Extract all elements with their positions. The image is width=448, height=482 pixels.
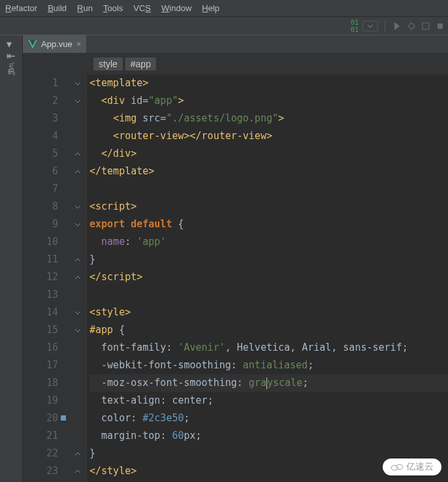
line-number: 4 <box>23 127 58 145</box>
fold-marker[interactable] <box>69 216 86 233</box>
menu-help[interactable]: Help <box>197 1 225 16</box>
line-number: 17 <box>23 357 58 374</box>
menu-refactor[interactable]: Refactor <box>0 1 42 16</box>
line-number: 14 <box>23 304 58 321</box>
fold-marker <box>69 180 86 198</box>
fold-marker[interactable] <box>69 304 86 321</box>
svg-rect-1 <box>423 23 429 29</box>
build-icon[interactable]: 0101 <box>351 19 359 33</box>
code-line[interactable]: name: 'app' <box>89 233 448 251</box>
code-line[interactable]: <style> <box>89 304 448 321</box>
code-line[interactable]: </template> <box>89 163 448 180</box>
line-number: 6 <box>23 163 58 180</box>
menu-build[interactable]: Build <box>42 1 72 16</box>
menu-window[interactable]: Window <box>156 1 197 16</box>
code-text[interactable]: <template> <div id="app"> <img src="./as… <box>87 74 448 482</box>
code-line[interactable]: text-align: center; <box>89 392 448 410</box>
line-number: 23 <box>23 462 58 480</box>
code-line[interactable]: <template> <box>89 74 448 92</box>
stop-icon[interactable] <box>435 21 445 31</box>
line-number: 13 <box>23 286 58 304</box>
code-line[interactable]: margin-top: 60px; <box>89 427 448 445</box>
code-line[interactable]: export default { <box>89 216 448 233</box>
line-number: 10 <box>23 233 58 251</box>
code-line[interactable]: <img src="./assets/logo.png"> <box>89 110 448 127</box>
run-config-combo[interactable] <box>362 21 378 31</box>
code-line[interactable]: } <box>89 251 448 268</box>
code-line[interactable] <box>89 286 448 304</box>
code-area[interactable]: 1234567891011121314151617181920212223 <t… <box>23 74 448 482</box>
breadcrumb-bar: style #app <box>23 54 448 74</box>
tool-window-strip: ▾ ⇤ 码\vu <box>0 35 23 482</box>
run-icon[interactable] <box>392 21 402 31</box>
code-line[interactable] <box>89 180 448 198</box>
line-number: 1 <box>23 74 58 92</box>
fold-marker[interactable] <box>69 251 86 268</box>
fold-marker <box>69 392 86 410</box>
fold-marker <box>69 374 86 392</box>
fold-marker <box>69 233 86 251</box>
breadcrumb-item[interactable]: #app <box>125 57 156 71</box>
svg-point-0 <box>409 24 414 29</box>
debug-icon[interactable] <box>406 21 417 31</box>
code-line[interactable]: -moz-osx-font-smoothing: grayscale; <box>89 374 448 392</box>
line-number: 12 <box>23 268 58 286</box>
fold-marker[interactable] <box>69 321 86 339</box>
fold-marker <box>69 286 86 304</box>
fold-marker[interactable] <box>69 268 86 286</box>
line-number: 8 <box>23 198 58 216</box>
vue-file-icon <box>28 40 37 49</box>
line-number: 15 <box>23 321 58 339</box>
file-tab[interactable]: App.vue × <box>23 35 87 53</box>
watermark: 亿速云 <box>383 458 441 475</box>
code-line[interactable]: #app { <box>89 321 448 339</box>
line-number: 22 <box>23 445 58 462</box>
fold-marker[interactable] <box>69 198 86 216</box>
line-number: 19 <box>23 392 58 410</box>
line-number: 9 <box>23 216 58 233</box>
coverage-icon[interactable] <box>421 21 431 31</box>
project-tool-icon[interactable]: ▾ <box>7 38 16 47</box>
code-line[interactable]: -webkit-font-smoothing: antialiased; <box>89 357 448 374</box>
menu-run[interactable]: Run <box>72 1 98 16</box>
code-line[interactable]: </div> <box>89 145 448 163</box>
code-line[interactable]: <script> <box>89 198 448 216</box>
fold-marker <box>69 127 86 145</box>
code-line[interactable]: <div id="app"> <box>89 92 448 110</box>
breadcrumb-item[interactable]: style <box>93 57 123 71</box>
line-number: 3 <box>23 110 58 127</box>
toolbar: 0101 <box>0 17 448 35</box>
editor: App.vue × style #app 1234567891011121314… <box>23 35 448 482</box>
close-icon[interactable]: × <box>76 39 82 49</box>
line-number: 18 <box>23 374 58 392</box>
code-line[interactable]: </script> <box>89 268 448 286</box>
line-number: 11 <box>23 251 58 268</box>
code-line[interactable]: font-family: 'Avenir', Helvetica, Arial,… <box>89 339 448 357</box>
editor-tabs: App.vue × <box>23 35 448 54</box>
menu-tools[interactable]: Tools <box>98 1 128 16</box>
line-gutter: 1234567891011121314151617181920212223 <box>23 74 69 482</box>
collapse-icon[interactable]: ⇤ <box>7 50 16 59</box>
code-line[interactable]: <router-view></router-view> <box>89 127 448 145</box>
line-number: 16 <box>23 339 58 357</box>
svg-point-4 <box>396 464 403 470</box>
fold-marker[interactable] <box>69 163 86 180</box>
fold-marker <box>69 410 86 427</box>
svg-point-3 <box>391 466 398 471</box>
line-number: 2 <box>23 92 58 110</box>
fold-marker[interactable] <box>69 145 86 163</box>
svg-rect-2 <box>438 24 443 29</box>
code-line[interactable]: color: #2c3e50; <box>89 410 448 427</box>
fold-marker <box>69 357 86 374</box>
line-number: 20 <box>23 410 58 427</box>
line-number: 7 <box>23 180 58 198</box>
fold-marker[interactable] <box>69 74 86 92</box>
fold-marker <box>69 339 86 357</box>
fold-strip <box>69 74 87 482</box>
sidebar-label: 码\vu <box>7 63 16 72</box>
menu-bar: RefactorBuildRunToolsVCSWindowHelp <box>0 0 448 17</box>
menu-vcs[interactable]: VCS <box>128 1 156 16</box>
fold-marker[interactable] <box>69 445 86 462</box>
fold-marker[interactable] <box>69 462 86 480</box>
fold-marker[interactable] <box>69 92 86 110</box>
